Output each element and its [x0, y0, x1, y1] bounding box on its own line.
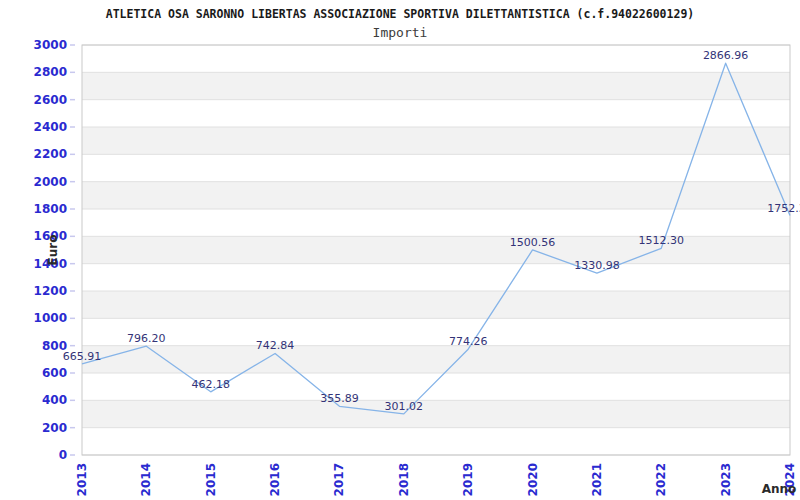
point-value-label: 774.26 — [449, 335, 488, 348]
point-value-label: 665.91 — [63, 350, 102, 363]
y-tick-label: 2200 — [34, 147, 67, 161]
plot-band — [82, 182, 790, 209]
x-tick-label: 2015 — [204, 463, 218, 496]
point-value-label: 301.02 — [385, 400, 424, 413]
x-tick-label: 2022 — [654, 463, 668, 496]
y-tick-label: 1800 — [34, 202, 67, 216]
y-tick-label: 1200 — [34, 284, 67, 298]
y-tick-label: 2800 — [34, 65, 67, 79]
x-tick-label: 2017 — [332, 463, 346, 496]
y-tick-label: 2400 — [34, 120, 67, 134]
point-value-label: 1500.56 — [510, 236, 556, 249]
plot-band — [82, 346, 790, 373]
y-tick-label: 2000 — [34, 175, 67, 189]
y-axis-title: Euro — [46, 235, 60, 266]
point-value-label: 742.84 — [256, 339, 295, 352]
plot-band — [82, 72, 790, 99]
x-tick-label: 2016 — [268, 463, 282, 496]
y-tick-label: 200 — [42, 421, 67, 435]
point-value-label: 1752.30 — [767, 202, 800, 215]
y-tick-label: 600 — [42, 366, 67, 380]
plot-band — [82, 291, 790, 318]
y-tick-label: 2600 — [34, 93, 67, 107]
y-tick-label: 400 — [42, 393, 67, 407]
point-value-label: 796.20 — [127, 332, 166, 345]
x-tick-label: 2021 — [590, 463, 604, 496]
line-chart-canvas: 0200400600800100012001400160018002000220… — [0, 0, 800, 500]
x-tick-label: 2018 — [397, 463, 411, 496]
x-tick-label: 2019 — [461, 463, 475, 496]
y-tick-label: 3000 — [34, 38, 67, 52]
point-value-label: 355.89 — [320, 392, 359, 405]
y-tick-label: 1000 — [34, 311, 67, 325]
point-value-label: 1512.30 — [639, 234, 685, 247]
y-tick-label: 0 — [59, 448, 67, 462]
point-value-label: 462.18 — [191, 378, 230, 391]
x-tick-label: 2020 — [526, 463, 540, 496]
chart-window: ATLETICA OSA SARONNO LIBERTAS ASSOCIAZIO… — [0, 0, 800, 500]
x-tick-label: 2013 — [75, 463, 89, 496]
plot-band — [82, 127, 790, 154]
x-tick-label: 2014 — [139, 463, 153, 496]
plot-band — [82, 400, 790, 427]
x-tick-label: 2023 — [719, 463, 733, 496]
x-axis-title: Anno — [762, 482, 797, 496]
point-value-label: 2866.96 — [703, 49, 749, 62]
point-value-label: 1330.98 — [574, 259, 620, 272]
